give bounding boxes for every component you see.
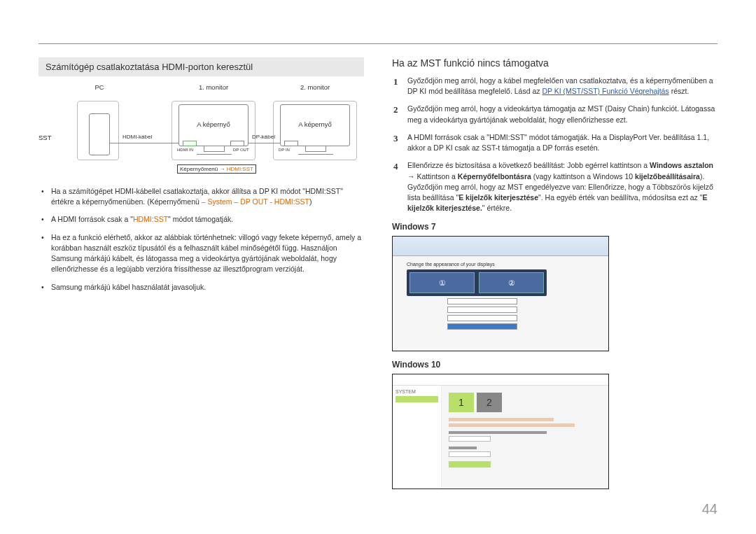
windows-7-screenshot: Change the appearance of your displays ①… <box>392 236 609 351</box>
settings-sidebar: SYSTEM <box>393 386 442 489</box>
dp-ki-link[interactable]: DP KI (MST/SST) Funkció Végrehajtás <box>542 87 668 95</box>
windows-10-screenshot: SYSTEM 12 <box>392 374 609 489</box>
display-arrangement: ①② <box>407 269 547 296</box>
list-item: Győződjön meg arról, hogy a videokártya … <box>407 104 718 125</box>
dp-out-port <box>230 141 244 146</box>
monitor-2-icon: A képernyő <box>280 104 350 146</box>
list-item: A HDMI források csak a "HDMI:SST" módot … <box>51 214 364 225</box>
list-item: A HDMI források csak a "HDMI:SST" módot … <box>407 132 718 153</box>
left-bullet-list: Ha a számítógépet HDMI-kábellel csatlako… <box>38 186 364 293</box>
numbered-list: Győződjön meg arról, hogy a kábel megfel… <box>392 76 718 213</box>
list-item: Samsung márkájú kábel használatát javaso… <box>51 282 364 293</box>
multiple-displays-dropdown <box>447 323 517 330</box>
osd-menu-label: Képernyőmenü → HDMI:SST <box>177 164 256 174</box>
right-heading: Ha az MST funkció nincs támogatva <box>392 57 718 69</box>
list-item: Ha ez a funkció elérhető, akkor az alább… <box>51 232 364 275</box>
right-column: Ha az MST funkció nincs támogatva Győződ… <box>392 43 718 496</box>
pc-icon <box>89 113 110 155</box>
list-item: Ha a számítógépet HDMI-kábellel csatlako… <box>51 186 364 207</box>
left-column: Számítógép csatlakoztatása HDMI-porton k… <box>38 43 364 496</box>
hdmi-in-port <box>183 141 197 146</box>
connection-diagram: PC 1. monitor 2. monitor SST A képernyő … <box>38 83 364 178</box>
left-heading: Számítógép csatlakoztatása HDMI-porton k… <box>38 57 364 76</box>
apply-button <box>449 461 491 468</box>
dp-in-port <box>284 141 298 146</box>
monitor-1-icon: A képernyő <box>178 104 248 146</box>
list-item: Ellenőrizze és biztosítása a következő b… <box>407 160 718 213</box>
windows-10-label: Windows 10 <box>392 360 718 370</box>
page-number: 44 <box>702 501 718 517</box>
list-item: Győződjön meg arról, hogy a kábel megfel… <box>407 76 718 97</box>
display-arrangement: 12 <box>449 393 601 412</box>
windows-7-label: Windows 7 <box>392 222 718 232</box>
